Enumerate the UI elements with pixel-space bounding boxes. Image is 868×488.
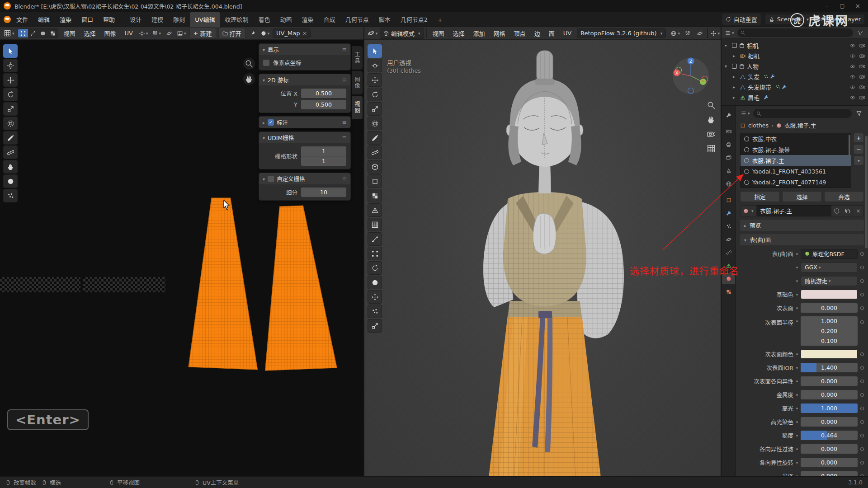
close-button[interactable] [851,1,864,10]
outliner-row-character-collection[interactable]: 人物 [722,61,868,71]
custom-grid-checkbox[interactable] [268,176,274,182]
panel-grip-icon[interactable] [342,76,347,83]
subsurface-radius-g-field[interactable]: 0.200 [801,326,858,336]
custom-grid-section-header[interactable]: 自定义栅格 [259,173,350,184]
caret-right-icon[interactable] [733,53,738,58]
outliner-filter-button[interactable] [855,28,865,38]
uv-measure-tool[interactable] [3,145,18,159]
mode-selector[interactable]: 编辑模式 [380,28,424,39]
deselect-button[interactable]: 弃选 [824,191,864,202]
mirror-x-button[interactable]: X [708,29,708,38]
tab-tool[interactable] [722,109,735,121]
caret-down-icon[interactable] [725,43,730,48]
annotations-section-header[interactable]: 标注 [259,117,350,128]
browse-material-button[interactable] [740,205,757,216]
uv-canvas-area[interactable]: <Enter> 显示 像素点坐标 [0,40,363,476]
specular-slider[interactable]: 1.000 [801,404,858,413]
outliner-row-camera-object[interactable]: 相机 [722,51,868,61]
uv-rotate-tool[interactable] [3,88,18,101]
character-model[interactable] [364,40,721,476]
animate-dot[interactable] [860,279,864,283]
udim-grid-section-header[interactable]: UDIM栅格 [259,132,350,143]
cursor-y-field[interactable]: 0.500 [301,100,346,109]
animate-dot[interactable] [860,474,864,477]
sidebar-tab-image[interactable]: 图像 [352,71,363,94]
sidebar-tab-tool[interactable]: 工具 [352,46,363,70]
workspace-tab-compositing[interactable]: 合成 [319,12,340,27]
uv-island-right[interactable] [265,206,337,371]
vp-menu-select[interactable]: 选择 [450,28,468,39]
add-cube-tool[interactable] [368,160,382,174]
menu-help[interactable]: 帮助 [99,13,119,26]
retopoflow-menu[interactable]: RetopoFlow 3.2.6 (github) [577,28,666,38]
cursor-x-field[interactable]: 0.500 [301,89,346,98]
panel-grip-icon[interactable] [342,119,347,126]
fake-user-button[interactable] [831,205,842,216]
pan-hand-icon[interactable] [707,116,715,124]
panel-grip-icon[interactable] [342,46,347,53]
render-camera-icon[interactable] [859,84,865,90]
uv-menu-image[interactable]: 图像 [101,28,119,39]
outliner-row-hair[interactable]: 头发 [722,71,868,82]
vp-menu-add[interactable]: 添加 [470,28,488,39]
vp-menu-mesh[interactable]: 网格 [491,28,509,39]
tab-render[interactable] [722,126,735,137]
extrude-tool[interactable] [368,174,382,188]
animate-dot[interactable] [860,447,864,451]
material-slot[interactable]: 衣服.裙子.腰带 [741,144,851,155]
viewport-editor-type-button[interactable] [368,29,377,38]
select-box-tool[interactable] [368,44,382,58]
ortho-grid-icon[interactable] [707,145,715,153]
uv-menu-select[interactable]: 选择 [81,28,99,39]
uv-annotate-tool[interactable] [3,131,18,145]
vp-menu-view[interactable]: 视图 [429,28,448,39]
proportional-edit-button[interactable] [695,29,705,38]
sheen-slider[interactable]: 0.000 [801,471,858,476]
select-button[interactable]: 选择 [782,191,822,202]
navigation-gizmo[interactable]: Z X [670,55,712,97]
workspace-tab-uv-editing[interactable]: UV编辑 [190,12,220,27]
rotate-tool[interactable] [368,88,382,101]
edge-slide-tool[interactable] [368,290,382,304]
tab-scene[interactable] [722,165,735,176]
caret-right-icon[interactable] [733,74,738,79]
breadcrumb-object[interactable]: clothes [748,122,769,129]
uv-map-unlink-icon[interactable] [302,30,307,37]
knife-tool[interactable] [368,232,382,246]
surface-section-header[interactable]: 表(曲)面 [740,234,864,245]
view-layer-selector[interactable]: View Layer [817,14,864,24]
outliner-editor-type-button[interactable] [724,28,735,38]
material-slot-selected[interactable]: 衣服.裙子.主 [741,155,851,166]
uv-relax-tool[interactable] [3,174,18,188]
annotations-checkbox[interactable] [268,119,274,126]
material-slot[interactable]: Yaodai.1_FRONT_4033561 [741,166,851,177]
collection-checkbox[interactable] [732,43,737,48]
add-slot-button[interactable] [854,133,864,143]
material-slot[interactable]: 衣服.中衣 [741,133,851,144]
bevel-tool[interactable] [368,203,382,217]
loop-cut-tool[interactable] [368,218,382,231]
rip-region-tool[interactable] [368,319,382,333]
workspace-tab-animation[interactable]: 动画 [275,12,297,27]
uv-select-edge-button[interactable] [28,29,38,38]
vp-menu-edge[interactable]: 边 [531,28,543,39]
scene-selector[interactable]: Scene [765,14,812,24]
hide-eye-icon[interactable] [850,43,855,48]
subsurface-ior-slider[interactable]: 1.400 [801,363,858,372]
pin-button[interactable] [248,29,258,38]
render-camera-icon[interactable] [859,64,865,69]
transform-tool[interactable] [368,117,382,130]
poly-build-tool[interactable] [368,247,382,260]
image-browse-button[interactable] [176,29,187,38]
breadcrumb-material[interactable]: 衣服.裙子.主 [784,121,816,130]
tab-texture[interactable] [722,286,735,297]
properties-scrollbar[interactable] [865,136,868,249]
remove-slot-button[interactable] [854,144,864,154]
properties-search-input[interactable] [753,109,852,118]
workspace-tab-shading[interactable]: 着色 [254,12,275,27]
proportional-edit-button[interactable] [164,29,174,38]
uv-editor-type-button[interactable] [3,29,15,38]
workspace-tab-design[interactable]: 设计 [125,12,146,27]
animate-dot[interactable] [860,306,864,310]
unlink-material-button[interactable] [853,205,864,216]
